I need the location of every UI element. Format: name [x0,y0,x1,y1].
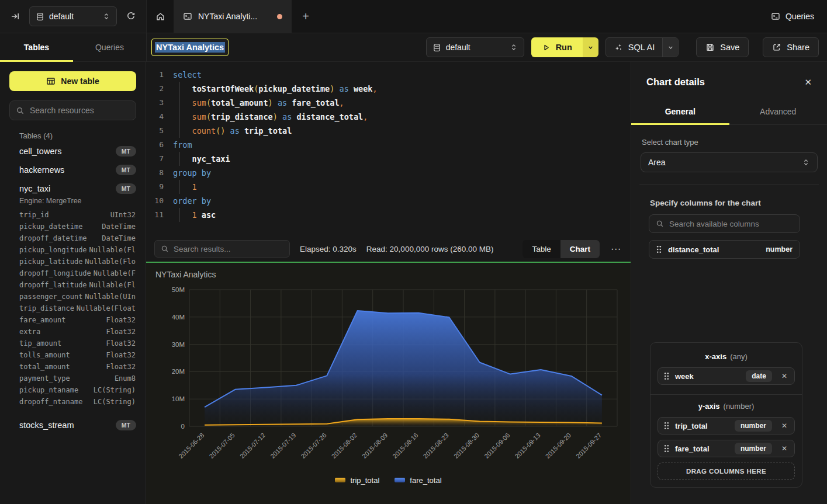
table-item-stocks_stream[interactable]: stocks_streamMT [9,416,136,435]
view-toggle-chart[interactable]: Chart [560,240,600,258]
database-selector[interactable]: default [29,6,117,26]
column-name: pickup_latitude [19,256,82,267]
sparkles-icon [614,43,623,52]
columns-search-placeholder: Search available columns [669,220,759,228]
column-type: UInt32 [110,209,136,221]
new-table-label: New table [61,77,99,86]
sql-ai-options-button[interactable] [662,38,678,57]
axis-item-week[interactable]: weekdate✕ [658,367,795,385]
columns-search-input[interactable]: Search available columns [649,214,800,233]
x-axis-header: x-axis(any) [658,352,795,361]
drop-zone[interactable]: DRAG COLUMNS HERE [658,463,795,480]
chart-card: NYTaxi Analytics 010M20M30M40M50M2015-06… [146,263,631,504]
sql-editor[interactable]: 1select2 toStartOfWeek(pickup_datetime) … [146,62,631,236]
column-row: total_amountFloat32 [19,361,136,373]
share-label: Share [787,43,809,52]
table-item-cell_towers[interactable]: cell_towersMT [9,142,136,161]
legend-swatch [395,478,405,482]
new-table-button[interactable]: New table [9,71,136,91]
column-row: dropoff_ntanameLC(String) [19,396,136,408]
tab-general[interactable]: General [631,100,729,124]
drag-handle-icon[interactable] [656,245,662,253]
view-toggle-table[interactable]: Table [523,240,560,258]
column-type: Float32 [106,314,136,326]
query-database-value: default [446,43,470,52]
queries-button[interactable]: Queries [758,0,827,33]
code-line-7[interactable]: 7 nyc_taxi [151,152,631,166]
remove-icon[interactable]: ✕ [780,420,788,431]
code-text: sum(total_amount) as fare_total, [173,96,344,110]
chart-type-select[interactable]: Area [641,152,818,172]
column-row: dropoff_latitudeNullable(Fl [19,279,136,291]
table-engine: Engine: MergeTree [19,197,136,205]
query-database-selector[interactable]: default [426,37,524,57]
refresh-button[interactable] [123,8,139,25]
code-line-6[interactable]: 6from [151,138,631,152]
code-line-9[interactable]: 9 1 [151,180,631,194]
remove-icon[interactable]: ✕ [780,371,788,381]
legend-item-trip_total[interactable]: trip_total [335,476,379,485]
column-name: dropoff_latitude [19,279,87,291]
code-line-10[interactable]: 10order by [151,194,631,208]
drag-handle-icon[interactable] [664,444,669,453]
query-title-input[interactable]: NYTaxi Analytics [151,39,229,56]
tab-advanced[interactable]: Advanced [729,100,827,124]
code-text: group by [173,166,211,180]
chart-legend: trip_totalfare_total [155,470,621,491]
line-number: 5 [151,124,164,138]
code-line-4[interactable]: 4 sum(trip_distance) as distance_total, [151,110,631,124]
results-more-button[interactable]: ⋯ [610,243,622,255]
axis-item-trip_total[interactable]: trip_totalnumber✕ [658,417,795,435]
drag-handle-icon[interactable] [664,422,669,430]
svg-text:2015-09-20: 2015-09-20 [544,432,572,460]
code-line-11[interactable]: 11 1 asc [151,208,631,222]
sidebar-tab-label: Queries [95,43,124,52]
save-icon [705,43,715,52]
remove-icon[interactable]: ✕ [780,443,788,454]
column-type: Nullable(Fl [89,244,136,256]
table-item-hackernews[interactable]: hackernewsMT [9,161,136,179]
chevron-down-icon [667,44,674,51]
code-line-8[interactable]: 8group by [151,166,631,180]
column-name: tolls_amount [19,349,70,361]
play-icon [542,43,551,52]
collapse-sidebar-button[interactable] [7,8,23,25]
share-button[interactable]: Share [763,37,819,57]
code-line-2[interactable]: 2 toStartOfWeek(pickup_datetime) as week… [151,82,631,96]
sidebar: New table Search resources Tables (4) ce… [0,62,146,504]
table-item-nyc_taxi[interactable]: nyc_taxiMT [9,179,136,198]
axis-item-fare_total[interactable]: fare_totalnumber✕ [658,440,795,457]
axis-item-type-badge: date [746,370,772,382]
legend-item-fare_total[interactable]: fare_total [395,476,441,485]
column-type: Float32 [106,361,136,373]
drag-handle-icon[interactable] [664,372,669,380]
column-type: Nullable(UIn [85,291,136,303]
x-axis-items: weekdate✕ [658,367,795,385]
home-button[interactable] [147,0,174,33]
close-icon[interactable]: ✕ [804,77,812,88]
svg-text:2015-07-26: 2015-07-26 [299,432,327,460]
search-icon [656,220,664,228]
results-search-input[interactable]: Search results... [154,240,290,258]
save-button[interactable]: Save [696,37,749,57]
resources-search-input[interactable]: Search resources [9,100,136,120]
code-line-1[interactable]: 1select [151,68,631,82]
code-line-5[interactable]: 5 count() as trip_total [151,124,631,138]
column-type: Float32 [106,326,136,338]
run-button[interactable]: Run [531,37,583,57]
column-row: extraFloat32 [19,326,136,338]
column-row: trip_idUInt32 [19,209,136,221]
column-type: DateTime [102,232,136,244]
available-column-distance_total[interactable]: distance_totalnumber [649,240,800,259]
svg-text:2015-09-06: 2015-09-06 [483,432,511,460]
query-tab[interactable]: NYTaxi Analyti... [174,0,292,33]
x-axis-label: x-axis [705,352,726,361]
code-line-3[interactable]: 3 sum(total_amount) as fare_total, [151,96,631,110]
table-columns: trip_idUInt32pickup_datetimeDateTimedrop… [19,209,136,408]
sidebar-tab-tables[interactable]: Tables [0,33,73,61]
sql-ai-button[interactable]: SQL AI [606,38,662,57]
axis-item-type-badge: number [735,443,772,454]
sidebar-tab-queries[interactable]: Queries [73,33,146,61]
run-options-button[interactable] [583,37,598,57]
new-tab-button[interactable]: + [292,0,320,33]
